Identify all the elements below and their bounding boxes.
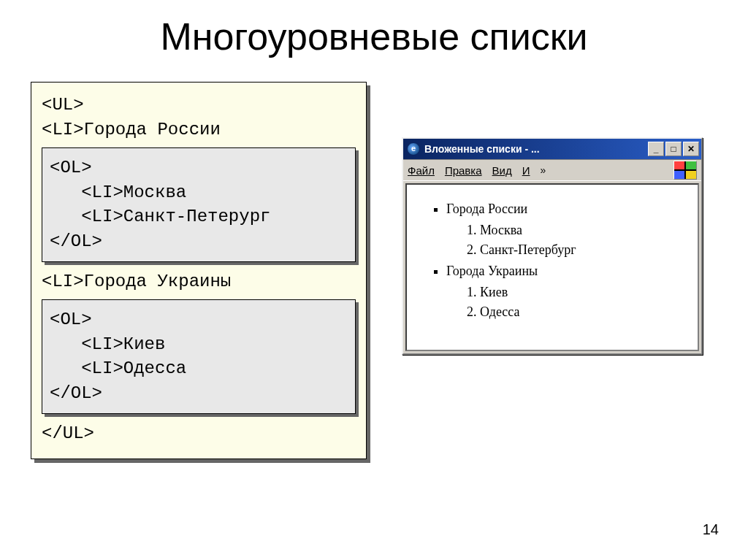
code-russia-ol-close: </OL> [50, 229, 348, 254]
code-ukraine-ol-close: </OL> [50, 381, 348, 406]
minimize-button[interactable]: _ [648, 142, 664, 156]
code-russia-block: <OL> <LI>Москва <LI>Санкт-Петерург </OL> [42, 147, 356, 261]
code-ukraine-odessa: <LI>Одесса [50, 356, 348, 381]
menu-bar: Файл Правка Вид И [403, 159, 701, 181]
ie-icon [407, 142, 420, 156]
maximize-button[interactable]: □ [665, 142, 682, 156]
code-russia-ol-open: <OL> [50, 156, 348, 180]
list-item: Одесса [480, 302, 684, 322]
browser-viewport: Города России Москва Санкт-Петербург Гор… [405, 183, 699, 351]
menu-edit[interactable]: Правка [445, 164, 482, 177]
slide-number: 14 [703, 521, 719, 538]
list-item: Города Украины Киев Одесса [446, 261, 684, 322]
code-li-russia: <LI>Города России [42, 118, 356, 142]
code-ul-close: </UL> [42, 421, 356, 446]
code-ul-open: <UL> [42, 93, 356, 118]
menu-view[interactable]: Вид [492, 164, 512, 177]
close-button[interactable]: ✕ [683, 142, 699, 156]
menu-overflow-icon[interactable] [540, 164, 553, 177]
window-titlebar: Вложенные списки - ... _ □ ✕ [403, 139, 701, 159]
list-item: Санкт-Петербург [480, 240, 684, 260]
code-li-ukraine: <LI>Города Украины [42, 269, 356, 294]
list-item: Города России Москва Санкт-Петербург [446, 199, 684, 260]
menu-more[interactable]: И [522, 164, 530, 177]
rendered-list: Города России Москва Санкт-Петербург Гор… [420, 199, 684, 322]
slide-title: Многоуровневые списки [0, 15, 748, 58]
menu-file[interactable]: Файл [408, 164, 435, 177]
code-ukraine-ol-open: <OL> [50, 307, 348, 332]
list-item: Москва [480, 220, 684, 240]
window-title: Вложенные списки - ... [424, 143, 646, 155]
code-panel: <UL> <LI>Города России <OL> <LI>Москва <… [31, 82, 367, 459]
code-russia-moscow: <LI>Москва [50, 180, 348, 205]
code-ukraine-block: <OL> <LI>Киев <LI>Одесса </OL> [42, 299, 356, 413]
list-item: Киев [480, 283, 684, 302]
browser-window: Вложенные списки - ... _ □ ✕ Файл Правка… [402, 137, 703, 355]
windows-logo-icon [673, 161, 697, 180]
code-russia-spb: <LI>Санкт-Петерург [50, 204, 348, 229]
code-ukraine-kiev: <LI>Киев [50, 332, 348, 357]
